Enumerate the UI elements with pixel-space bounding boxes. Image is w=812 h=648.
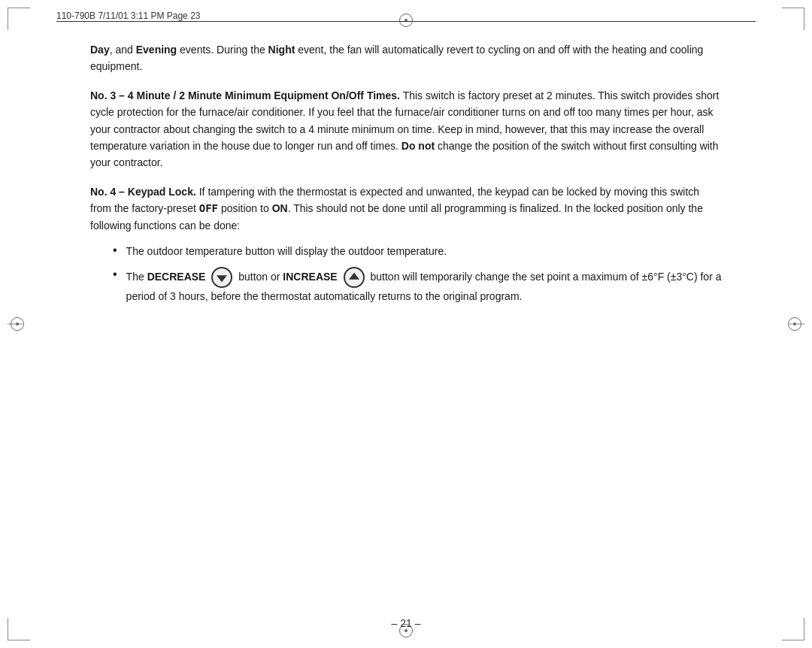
decrease-button-icon bbox=[211, 267, 232, 288]
bullet2-increase-label: INCREASE bbox=[283, 271, 337, 283]
registration-circle-left bbox=[11, 317, 24, 331]
registration-circle-top bbox=[399, 14, 413, 27]
bullet-list: • The outdoor temperature button will di… bbox=[90, 243, 722, 305]
bullet-content-2: The DECREASE button or INCREASE button w… bbox=[126, 267, 722, 304]
main-content: Day, and Evening events. During the Nigh… bbox=[90, 41, 722, 603]
section4-title: No. 4 – Keypad Lock. bbox=[90, 186, 196, 198]
bullet-dot-2: • bbox=[113, 268, 117, 280]
corner-mark-top-right bbox=[782, 8, 804, 30]
print-info-text: 110-790B 7/11/01 3:11 PM Page 23 bbox=[56, 11, 200, 21]
section4-mid: position to bbox=[218, 202, 272, 214]
section4-off: OFF bbox=[199, 202, 218, 214]
section3-content: No. 3 – 4 Minute / 2 Minute Minimum Equi… bbox=[90, 87, 722, 171]
bullet-content-1: The outdoor temperature button will disp… bbox=[126, 243, 722, 259]
section4-on: ON bbox=[272, 202, 288, 214]
section4: No. 4 – Keypad Lock. If tampering with t… bbox=[90, 183, 722, 305]
top-border bbox=[56, 21, 756, 22]
bullet-dot-1: • bbox=[113, 244, 117, 256]
intro-text-1: , and bbox=[110, 44, 136, 56]
bullet-item-2: • The DECREASE button or INCREASE button… bbox=[113, 267, 722, 304]
section3-donot: Do not bbox=[401, 140, 435, 152]
bullet2-decrease-label: DECREASE bbox=[147, 271, 206, 283]
bullet-item-1: • The outdoor temperature button will di… bbox=[113, 243, 722, 259]
section3-title: No. 3 – 4 Minute / 2 Minute Minimum Equi… bbox=[90, 89, 400, 101]
corner-mark-top-left bbox=[8, 8, 30, 30]
bullet2-text-before: The bbox=[126, 271, 147, 283]
registration-circle-right bbox=[788, 317, 801, 331]
page-number: – 21 – bbox=[0, 617, 812, 629]
print-header: 110-790B 7/11/01 3:11 PM Page 23 bbox=[56, 11, 756, 21]
page-container: 110-790B 7/11/01 3:11 PM Page 23 Day, an… bbox=[0, 0, 812, 648]
intro-bold-night: Night bbox=[268, 44, 295, 56]
intro-text-2: events. During the bbox=[177, 44, 268, 56]
intro-bold-evening: Evening bbox=[136, 44, 177, 56]
bullet2-text-mid: button or bbox=[238, 271, 283, 283]
intro-paragraph: Day, and Evening events. During the Nigh… bbox=[90, 41, 722, 75]
page-number-text: – 21 – bbox=[392, 617, 421, 629]
increase-button-icon bbox=[344, 267, 365, 288]
section4-content: No. 4 – Keypad Lock. If tampering with t… bbox=[90, 183, 722, 234]
section3: No. 3 – 4 Minute / 2 Minute Minimum Equi… bbox=[90, 87, 722, 171]
intro-bold-day: Day bbox=[90, 44, 110, 56]
